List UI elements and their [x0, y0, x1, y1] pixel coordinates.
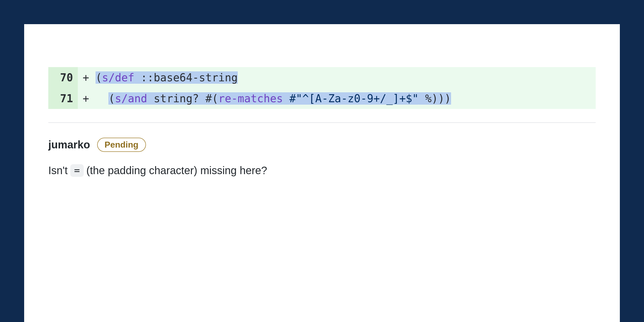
- diff-marker: +: [78, 67, 94, 88]
- diff-marker: +: [78, 88, 94, 109]
- diff-row[interactable]: 71 + (s/and string? #(re-matches #"^[A-Z…: [48, 88, 596, 109]
- line-number[interactable]: 70: [48, 67, 78, 88]
- code-line[interactable]: (s/and string? #(re-matches #"^[A-Za-z0-…: [94, 88, 596, 109]
- diff-row[interactable]: 70 + (s/def ::base64-string: [48, 67, 596, 88]
- review-card: 70 + (s/def ::base64-string 71 + (s/and …: [24, 24, 620, 322]
- comment-body: Isn't = (the padding character) missing …: [48, 164, 596, 177]
- comment-text-pre: Isn't: [48, 164, 68, 177]
- status-badge: Pending: [97, 138, 146, 152]
- inline-code: =: [70, 164, 84, 177]
- code-line[interactable]: (s/def ::base64-string: [94, 67, 596, 88]
- diff-block: 70 + (s/def ::base64-string 71 + (s/and …: [48, 67, 596, 109]
- line-number[interactable]: 71: [48, 88, 78, 109]
- review-comment: jumarko Pending Isn't = (the padding cha…: [48, 138, 596, 177]
- comment-text-post: (the padding character) missing here?: [86, 164, 267, 177]
- comment-author[interactable]: jumarko: [48, 139, 90, 151]
- comment-header: jumarko Pending: [48, 138, 596, 152]
- divider: [48, 122, 596, 123]
